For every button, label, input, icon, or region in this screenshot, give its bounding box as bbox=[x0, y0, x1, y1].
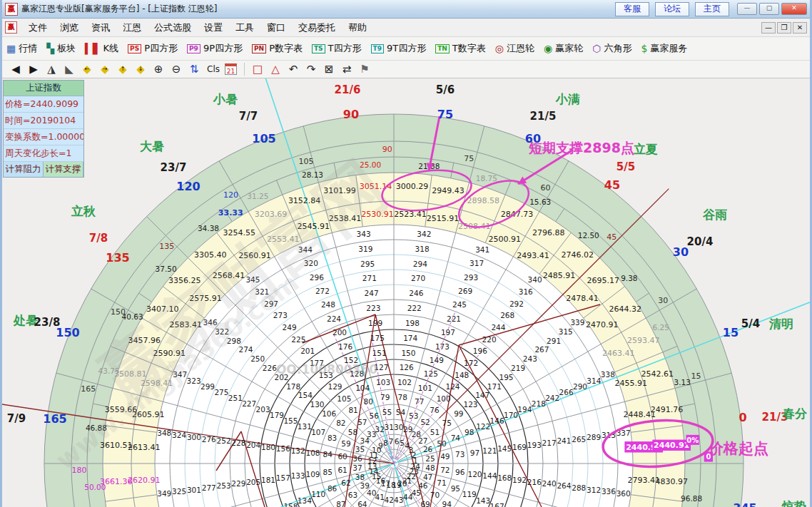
svg-text:84: 84 bbox=[323, 450, 333, 459]
toolbar-item-T四方形[interactable]: TST四方形 bbox=[312, 42, 362, 55]
toolbar-item-P四方形[interactable]: PSP四方形 bbox=[128, 42, 178, 55]
pan-right-icon[interactable]: ▶ bbox=[26, 62, 41, 76]
svg-text:59: 59 bbox=[341, 439, 350, 448]
svg-text:146: 146 bbox=[490, 416, 504, 425]
menu-item-2[interactable]: 资讯 bbox=[85, 20, 116, 36]
quick-link-1[interactable]: 论坛 bbox=[655, 2, 689, 16]
svg-text:217: 217 bbox=[542, 439, 557, 447]
svg-text:269: 269 bbox=[458, 287, 472, 295]
toolbar-item-T数字表[interactable]: TNT数字表 bbox=[435, 42, 486, 55]
svg-text:154: 154 bbox=[298, 391, 313, 399]
menu-item-4[interactable]: 公式选股 bbox=[148, 20, 198, 36]
menu-item-3[interactable]: 江恩 bbox=[116, 20, 148, 36]
svg-text:6.25: 6.25 bbox=[653, 323, 669, 332]
toolbar-item-P数字表[interactable]: PNP数字表 bbox=[252, 42, 303, 55]
rotate-ccw-icon[interactable]: ↶ bbox=[285, 62, 301, 76]
menu-item-5[interactable]: 设置 bbox=[198, 20, 229, 36]
zoom-in-icon[interactable]: ⊕ bbox=[151, 62, 166, 76]
toolbar-item-赢家服务[interactable]: $赢家服务 bbox=[641, 42, 687, 55]
fit-icon[interactable]: ⇄ bbox=[339, 62, 355, 76]
toolbar-item-9T四方形[interactable]: T99T四方形 bbox=[371, 42, 427, 55]
step-left-icon[interactable]: ◆← bbox=[79, 62, 95, 76]
maximize-button[interactable]: ▢ bbox=[759, 3, 779, 15]
calendar-icon[interactable]: 21 bbox=[225, 63, 237, 75]
calc-support-button[interactable]: 计算支撑 bbox=[44, 162, 83, 177]
toolbar-item-六角形[interactable]: ⬡六角形 bbox=[592, 42, 631, 55]
flag-icon[interactable]: ⚑ bbox=[357, 62, 372, 76]
gann-wheel-chart-area[interactable]: 1234567891011121314151617181920212223242… bbox=[2, 78, 810, 507]
svg-text:8: 8 bbox=[383, 439, 388, 447]
mdi-restore-button[interactable]: ❐ bbox=[777, 22, 791, 34]
svg-text:5/4: 5/4 bbox=[741, 317, 760, 330]
cursor-up-icon[interactable]: ◮ bbox=[44, 62, 59, 76]
svg-text:76: 76 bbox=[430, 406, 440, 414]
svg-text:50: 50 bbox=[437, 439, 446, 448]
menu-item-1[interactable]: 浏览 bbox=[54, 20, 85, 36]
svg-text:317: 317 bbox=[470, 259, 484, 267]
zoom-out-icon[interactable]: ⊖ bbox=[168, 62, 184, 76]
toolbar-item-板块[interactable]: ▚板块 bbox=[46, 42, 76, 55]
menu-item-7[interactable]: 窗口 bbox=[260, 20, 292, 36]
svg-text:85: 85 bbox=[323, 468, 333, 476]
toolbar-item-赢家轮[interactable]: ◉赢家轮 bbox=[544, 42, 583, 55]
mdi-close-button[interactable]: ✕ bbox=[793, 22, 807, 34]
svg-text:58: 58 bbox=[348, 428, 357, 436]
svg-text:60: 60 bbox=[338, 452, 347, 461]
quick-link-0[interactable]: 客服 bbox=[615, 2, 649, 16]
close-box-icon[interactable]: ⊠ bbox=[321, 62, 337, 76]
rotate-cw-icon[interactable]: ↷ bbox=[303, 62, 319, 76]
svg-text:38: 38 bbox=[355, 473, 365, 481]
menu-item-8[interactable]: 交易委托 bbox=[292, 20, 342, 36]
toolbar-label: 9T四方形 bbox=[387, 42, 426, 55]
svg-text:336: 336 bbox=[602, 487, 616, 496]
svg-text:82: 82 bbox=[336, 419, 345, 427]
p-table-icon: PN bbox=[252, 44, 266, 53]
svg-text:242: 242 bbox=[545, 394, 559, 402]
svg-text:73: 73 bbox=[455, 450, 465, 459]
cls-button[interactable]: Cls bbox=[204, 62, 223, 76]
menu-item-9[interactable]: 帮助 bbox=[342, 20, 373, 36]
svg-text:134: 134 bbox=[298, 496, 312, 505]
mdi-minimize-button[interactable]: — bbox=[761, 22, 776, 34]
triangle-tool-icon[interactable]: △ bbox=[268, 62, 283, 76]
toolbar-item-K线[interactable]: ▍▋K线 bbox=[85, 42, 118, 55]
svg-text:63: 63 bbox=[348, 491, 357, 499]
svg-text:32: 32 bbox=[375, 425, 385, 434]
svg-text:341: 341 bbox=[475, 245, 489, 254]
svg-text:107: 107 bbox=[311, 428, 325, 436]
svg-text:294: 294 bbox=[413, 260, 427, 268]
minimize-button[interactable]: — bbox=[737, 3, 757, 15]
toolbar-item-9P四方形[interactable]: P99P四方形 bbox=[187, 42, 243, 55]
menu-item-6[interactable]: 工具 bbox=[229, 20, 260, 36]
app-window: 赢 赢家江恩专业版[赢家服务平台] - [上证指数 江恩轮] 客服论坛主页 —▢… bbox=[0, 0, 812, 507]
step-up-icon[interactable]: ◆↑ bbox=[115, 62, 131, 76]
svg-text:惊蛰: 惊蛰 bbox=[781, 499, 806, 507]
quick-link-2[interactable]: 主页 bbox=[695, 2, 729, 16]
kline-icon: ▍▋ bbox=[85, 43, 101, 54]
updown-icon[interactable]: ⇅ bbox=[186, 62, 202, 76]
gann-wheel-icon: ◎ bbox=[495, 43, 504, 54]
cursor-down-icon[interactable]: ◣ bbox=[61, 62, 77, 76]
pan-left-icon[interactable]: ◀ bbox=[8, 62, 24, 76]
rect-tool-icon[interactable]: □ bbox=[250, 62, 265, 76]
close-button[interactable]: ✕ bbox=[781, 3, 807, 15]
calc-resistance-button[interactable]: 计算阻力 bbox=[4, 162, 44, 177]
svg-text:194: 194 bbox=[517, 405, 532, 414]
svg-text:243: 243 bbox=[523, 354, 537, 363]
step-right-icon[interactable]: ◆→ bbox=[97, 62, 113, 76]
svg-text:218: 218 bbox=[532, 399, 546, 408]
svg-text:227: 227 bbox=[242, 399, 256, 408]
svg-text:200: 200 bbox=[333, 328, 347, 337]
menu-item-0[interactable]: 文件 bbox=[22, 20, 54, 36]
toolbar-item-江恩轮[interactable]: ◎江恩轮 bbox=[495, 42, 534, 55]
toolbar-item-行情[interactable]: ▦行情 bbox=[6, 42, 37, 55]
svg-text:2493.41: 2493.41 bbox=[517, 251, 549, 260]
svg-text:175: 175 bbox=[370, 334, 385, 342]
svg-text:2478.41: 2478.41 bbox=[566, 294, 599, 303]
svg-text:42: 42 bbox=[385, 496, 394, 504]
svg-text:81: 81 bbox=[348, 406, 357, 414]
svg-text:清明: 清明 bbox=[768, 317, 793, 331]
svg-text:312: 312 bbox=[587, 486, 601, 494]
svg-text:33.33: 33.33 bbox=[218, 208, 243, 217]
step-down-icon[interactable]: ◆↓ bbox=[133, 62, 148, 76]
